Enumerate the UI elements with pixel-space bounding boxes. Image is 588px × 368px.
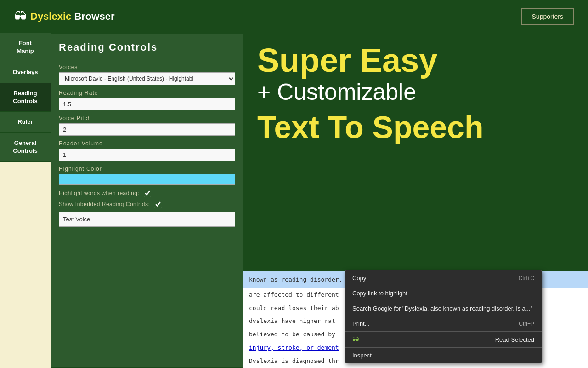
read-selected-glasses-icon: 🕶 bbox=[352, 336, 357, 343]
panel-title: Reading Controls bbox=[59, 41, 235, 58]
highlight-words-label: Highlight words when reading: bbox=[59, 190, 139, 196]
promo-line1: Super Easy bbox=[257, 42, 574, 79]
reader-volume-group: Reader Volume bbox=[59, 140, 235, 161]
context-menu-copy-link[interactable]: Copy link to highlight bbox=[345, 286, 542, 301]
highlight-color-label: Highlight Color bbox=[59, 166, 235, 172]
brand-name: Dyslexic Browser bbox=[30, 11, 114, 23]
sidebar-item-reading-controls[interactable]: ReadingControls bbox=[0, 83, 51, 112]
promo-area: Super Easy + Customizable Text To Speech… bbox=[243, 33, 588, 368]
copy-shortcut: Ctrl+C bbox=[519, 275, 534, 282]
extension-panel: FontManip Overlays ReadingControls Ruler… bbox=[0, 33, 243, 368]
highlight-words-checkbox[interactable] bbox=[144, 190, 151, 197]
voices-label: Voices bbox=[59, 64, 235, 70]
voice-pitch-group: Voice Pitch bbox=[59, 115, 235, 136]
main-content: FontManip Overlays ReadingControls Ruler… bbox=[0, 33, 588, 368]
highlight-words-row: Highlight words when reading: bbox=[59, 190, 235, 197]
promo-line3: Text To Speech bbox=[257, 110, 574, 144]
voices-group: Voices Microsoft David - English (United… bbox=[59, 64, 235, 85]
logo-glasses-icon: 🕶 bbox=[14, 9, 25, 24]
highlight-color-group: Highlight Color bbox=[59, 166, 235, 185]
copy-label: Copy bbox=[352, 275, 366, 282]
show-inbedded-row: Show Inbedded Reading Controls: bbox=[59, 201, 235, 208]
reader-volume-label: Reader Volume bbox=[59, 140, 235, 147]
search-google-label: Search Google for "Dyslexia, also known … bbox=[352, 305, 532, 312]
voice-pitch-label: Voice Pitch bbox=[59, 115, 235, 121]
context-menu-read-selected[interactable]: 🕶 Read Selected bbox=[345, 332, 542, 347]
read-selected-label: Read Selected bbox=[495, 336, 534, 343]
reading-rate-input[interactable] bbox=[59, 98, 235, 110]
sidebar-item-overlays[interactable]: Overlays bbox=[0, 62, 51, 83]
show-inbedded-label: Show Inbedded Reading Controls: bbox=[59, 201, 150, 207]
reading-rate-group: Reading Rate bbox=[59, 90, 235, 110]
reading-panel: Reading Controls Voices Microsoft David … bbox=[51, 33, 243, 368]
promo-text: Super Easy + Customizable Text To Speech bbox=[243, 33, 588, 154]
reading-rate-label: Reading Rate bbox=[59, 90, 235, 96]
print-shortcut: Ctrl+P bbox=[519, 321, 534, 327]
extension-main: FontManip Overlays ReadingControls Ruler… bbox=[0, 33, 243, 368]
reader-volume-input[interactable] bbox=[59, 149, 235, 161]
sidebar-item-ruler[interactable]: Ruler bbox=[0, 112, 51, 133]
promo-line2: + Customizable bbox=[257, 79, 574, 105]
context-menu-search-google[interactable]: Search Google for "Dyslexia, also known … bbox=[345, 301, 542, 316]
injury-link[interactable]: injury, stroke, or dement bbox=[249, 344, 339, 351]
sidebar: FontManip Overlays ReadingControls Ruler… bbox=[0, 33, 51, 162]
show-inbedded-checkbox[interactable] bbox=[154, 201, 162, 208]
context-menu-copy[interactable]: Copy Ctrl+C bbox=[345, 270, 542, 286]
context-menu-inspect[interactable]: Inspect bbox=[345, 348, 542, 363]
print-label: Print... bbox=[352, 320, 370, 327]
context-menu: Copy Ctrl+C Copy link to highlight Searc… bbox=[345, 270, 542, 363]
voice-pitch-input[interactable] bbox=[59, 123, 235, 136]
sidebar-item-general-controls[interactable]: GeneralControls bbox=[0, 133, 51, 162]
sidebar-item-font-manip[interactable]: FontManip bbox=[0, 33, 51, 62]
inspect-label: Inspect bbox=[352, 352, 372, 359]
header: 🕶 Dyslexic Browser Supporters bbox=[0, 0, 588, 33]
test-voice-button[interactable]: Test Voice bbox=[59, 212, 235, 227]
context-menu-print[interactable]: Print... Ctrl+P bbox=[345, 316, 542, 331]
voices-select[interactable]: Microsoft David - English (United States… bbox=[59, 72, 235, 85]
copy-link-label: Copy link to highlight bbox=[352, 290, 407, 297]
highlight-color-swatch[interactable] bbox=[59, 174, 235, 185]
supporters-button[interactable]: Supporters bbox=[521, 8, 574, 25]
